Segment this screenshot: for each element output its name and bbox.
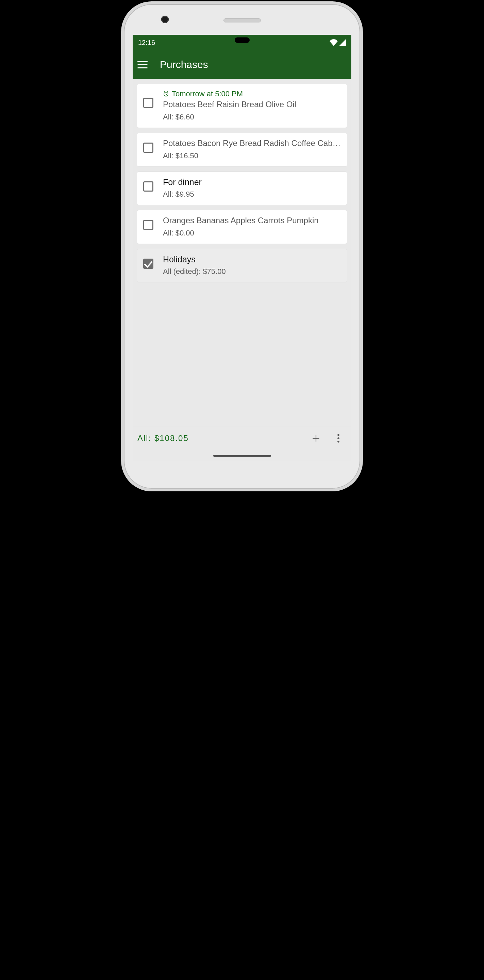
item-subtotal: All: $9.95 (163, 190, 341, 199)
speaker-slit (224, 18, 261, 22)
display-cutout (235, 37, 250, 43)
menu-icon[interactable] (137, 61, 148, 68)
item-subtotal: All: $16.50 (163, 151, 341, 160)
svg-point-1 (337, 434, 340, 436)
item-subtotal: All: $6.60 (163, 113, 341, 121)
item-title: Potatoes Bacon Rye Bread Radish Coffee C… (163, 138, 341, 148)
item-subtotal: All (edited): $75.00 (163, 267, 341, 276)
item-checkbox[interactable] (143, 98, 153, 108)
card-body: Potatoes Bacon Rye Bread Radish Coffee C… (163, 138, 341, 160)
item-title: Potatoes Beef Raisin Bread Olive Oil (163, 100, 341, 109)
item-checkbox[interactable] (143, 259, 153, 269)
purchase-card[interactable]: HolidaysAll (edited): $75.00 (137, 249, 347, 282)
wifi-icon (330, 39, 338, 46)
reminder-row: Tomorrow at 5:00 PM (163, 89, 341, 98)
reminder-text: Tomorrow at 5:00 PM (172, 89, 243, 98)
device-frame: 12:16 Purchases Tomorrow at 5:00 PMPotat… (121, 2, 363, 492)
front-camera (161, 16, 169, 23)
svg-point-2 (337, 437, 340, 439)
item-checkbox[interactable] (143, 220, 153, 230)
gesture-bar (133, 450, 351, 461)
cellular-icon (339, 39, 346, 46)
purchase-card[interactable]: Oranges Bananas Apples Carrots PumpkinAl… (137, 210, 347, 244)
more-vert-icon (337, 434, 340, 443)
card-body: For dinnerAll: $9.95 (163, 177, 341, 199)
card-body: Tomorrow at 5:00 PMPotatoes Beef Raisin … (163, 89, 341, 121)
app-bar: Purchases (133, 50, 351, 79)
item-title: Holidays (163, 255, 341, 264)
card-body: Oranges Bananas Apples Carrots PumpkinAl… (163, 216, 341, 237)
svg-point-3 (337, 440, 340, 442)
status-time: 12:16 (138, 39, 155, 47)
screen: 12:16 Purchases Tomorrow at 5:00 PMPotat… (133, 35, 351, 461)
item-title: For dinner (163, 177, 341, 187)
item-subtotal: All: $0.00 (163, 229, 341, 237)
item-title: Oranges Bananas Apples Carrots Pumpkin (163, 216, 341, 225)
total-label: All: $108.05 (137, 434, 300, 443)
purchase-card[interactable]: For dinnerAll: $9.95 (137, 172, 347, 205)
bottom-bar: All: $108.05 (133, 426, 351, 450)
page-title: Purchases (160, 59, 208, 70)
card-body: HolidaysAll (edited): $75.00 (163, 255, 341, 276)
item-checkbox[interactable] (143, 181, 153, 192)
item-checkbox[interactable] (143, 143, 153, 153)
purchase-card[interactable]: Tomorrow at 5:00 PMPotatoes Beef Raisin … (137, 84, 347, 128)
purchase-card[interactable]: Potatoes Bacon Rye Bread Radish Coffee C… (137, 133, 347, 167)
plus-icon (311, 434, 321, 443)
purchase-list[interactable]: Tomorrow at 5:00 PMPotatoes Beef Raisin … (133, 79, 351, 426)
add-button[interactable] (309, 431, 323, 445)
more-button[interactable] (332, 431, 345, 445)
alarm-icon (163, 91, 169, 97)
